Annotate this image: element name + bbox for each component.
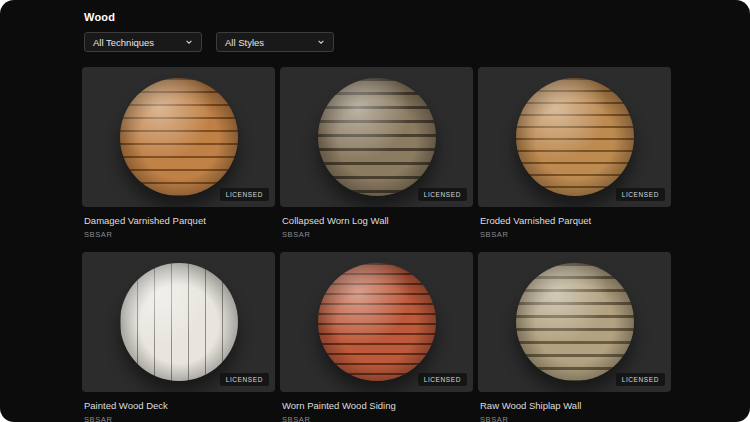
techniques-filter-dropdown[interactable]: All Techniques [84,32,202,52]
page-title: Wood [84,11,750,23]
material-card[interactable]: LICENSED Eroded Varnished Parquet SBSAR [478,67,671,239]
materials-grid: LICENSED Damaged Varnished Parquet SBSAR… [82,67,750,422]
material-sphere-preview [318,78,436,196]
assets-browser-window: Wood All Techniques All Styles LICENSED [0,0,750,422]
material-sphere-preview [120,78,238,196]
chevron-down-icon [185,38,193,46]
material-format: SBSAR [480,415,671,422]
material-card[interactable]: LICENSED Worn Painted Wood Siding SBSAR [280,252,473,422]
material-thumbnail[interactable]: LICENSED [82,252,275,392]
material-sphere-preview [120,263,238,381]
material-title: Collapsed Worn Log Wall [282,215,473,226]
filter-bar: All Techniques All Styles [84,32,750,52]
material-format: SBSAR [282,230,473,239]
techniques-filter-label: All Techniques [93,37,154,48]
licensed-badge: LICENSED [616,373,665,386]
material-title: Raw Wood Shiplap Wall [480,400,671,411]
styles-filter-label: All Styles [225,37,264,48]
licensed-badge: LICENSED [220,373,269,386]
material-card[interactable]: LICENSED Damaged Varnished Parquet SBSAR [82,67,275,239]
material-format: SBSAR [480,230,671,239]
material-card[interactable]: LICENSED Painted Wood Deck SBSAR [82,252,275,422]
licensed-badge: LICENSED [418,373,467,386]
material-format: SBSAR [282,415,473,422]
styles-filter-dropdown[interactable]: All Styles [216,32,334,52]
material-title: Eroded Varnished Parquet [480,215,671,226]
material-thumbnail[interactable]: LICENSED [82,67,275,207]
material-thumbnail[interactable]: LICENSED [280,67,473,207]
material-format: SBSAR [84,230,275,239]
material-card[interactable]: LICENSED Raw Wood Shiplap Wall SBSAR [478,252,671,422]
material-sphere-preview [516,263,634,381]
material-title: Painted Wood Deck [84,400,275,411]
material-sphere-preview [318,263,436,381]
material-thumbnail[interactable]: LICENSED [478,252,671,392]
chevron-down-icon [317,38,325,46]
material-title: Worn Painted Wood Siding [282,400,473,411]
licensed-badge: LICENSED [616,188,665,201]
licensed-badge: LICENSED [220,188,269,201]
material-format: SBSAR [84,415,275,422]
licensed-badge: LICENSED [418,188,467,201]
material-sphere-preview [516,78,634,196]
material-thumbnail[interactable]: LICENSED [478,67,671,207]
material-title: Damaged Varnished Parquet [84,215,275,226]
material-thumbnail[interactable]: LICENSED [280,252,473,392]
material-card[interactable]: LICENSED Collapsed Worn Log Wall SBSAR [280,67,473,239]
content-area: Wood All Techniques All Styles LICENSED [0,0,750,422]
